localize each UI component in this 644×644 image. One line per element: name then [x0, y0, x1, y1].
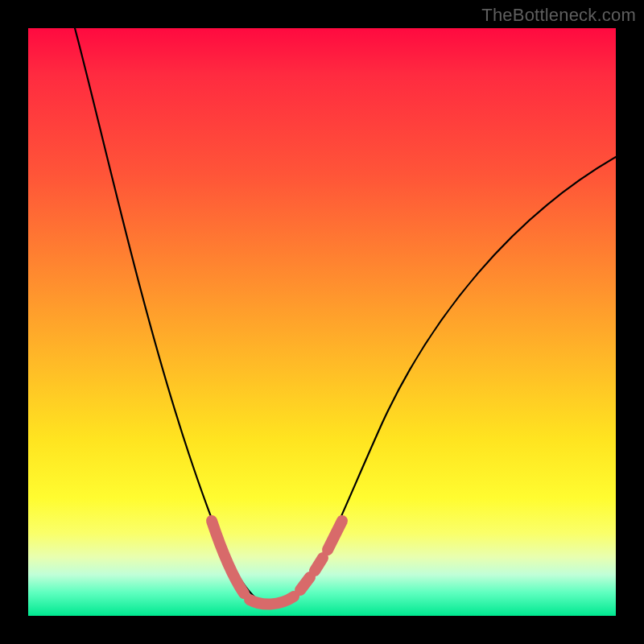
watermark-text: TheBottleneck.com — [481, 5, 636, 26]
highlight-left-segment — [212, 521, 244, 593]
highlight-trough-segment — [250, 597, 294, 605]
highlight-right-bead-1 — [300, 577, 310, 590]
highlight-right-bead-2 — [315, 558, 323, 571]
highlight-right-bead-3 — [328, 521, 342, 550]
outer-frame: TheBottleneck.com — [0, 0, 644, 644]
plot-area — [28, 28, 616, 616]
bottleneck-curve-svg — [28, 28, 616, 616]
